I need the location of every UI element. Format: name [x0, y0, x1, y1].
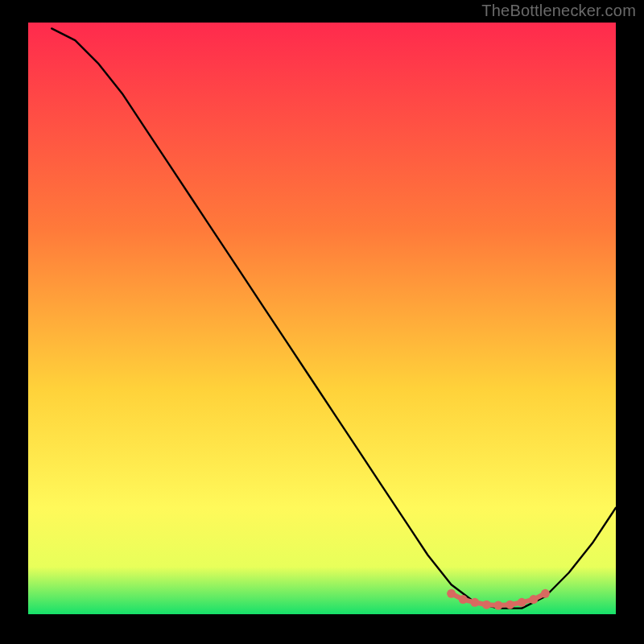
plot-area: [28, 23, 616, 614]
chart-svg: [28, 23, 616, 614]
highlight-dot: [541, 589, 550, 598]
chart-container: TheBottlenecker.com: [0, 0, 644, 644]
gradient-bg: [28, 23, 616, 614]
attribution-text: TheBottlenecker.com: [481, 2, 636, 20]
